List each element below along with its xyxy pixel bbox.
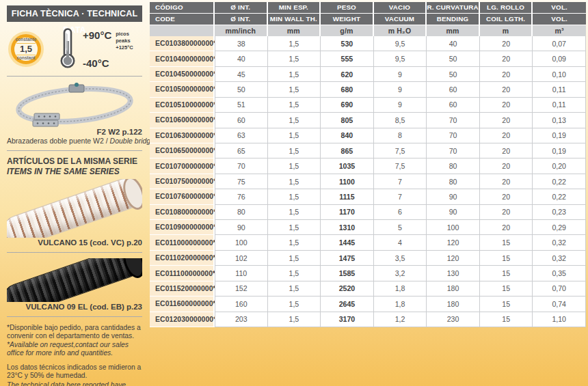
value-cell: 15 (480, 312, 533, 327)
value-cell: 0,35 (533, 266, 586, 281)
value-cell: 1,5 (268, 312, 321, 327)
value-cell: 20 (480, 158, 533, 174)
value-cell: 0,11 (533, 82, 586, 97)
value-cell: 45 (215, 67, 268, 82)
divider (7, 316, 142, 317)
code-cell: EC010700000000* (150, 158, 213, 174)
constant-factor-badge: constante 1,5 constant (11, 34, 41, 64)
divider (7, 76, 142, 77)
value-cell: 8 (374, 128, 427, 143)
unit-vol: m³ (533, 25, 586, 36)
table-row: EC011000000000*1001,514454120150,32 (150, 235, 586, 250)
temperature-range: +90°C -40°C picos peaks +125°C (57, 27, 133, 71)
unit-coil-length: m (480, 25, 532, 36)
unit-min-wall: mm (268, 25, 320, 36)
value-cell: 0,19 (533, 143, 586, 158)
col-header-bending: BENDING (427, 14, 479, 25)
value-cell: 1,5 (268, 158, 321, 174)
clamp-caption-es: Abrazaderas doble puente W2 (7, 137, 104, 145)
value-cell: 60 (427, 82, 480, 97)
value-cell: 1115 (321, 189, 374, 204)
badge-value: 1,5 (16, 43, 36, 55)
value-cell: 0,13 (533, 113, 586, 128)
footnote-availability-en: *Available on request,contact our sales … (7, 341, 142, 357)
code-cell: EC010510000000* (150, 98, 213, 113)
value-cell: 20 (480, 51, 533, 66)
clamp-caption: Abrazaderas doble puente W2 / Double bri… (7, 137, 142, 145)
col-header-min-wall: MIN WALL TH. (268, 14, 320, 25)
footnote-measurement-en: The technical data here reported have be… (7, 381, 142, 386)
code-cell: EC010650000000* (150, 143, 213, 158)
table-units-row: mm/inch mm g/m m H₂O mm m m³ (150, 25, 586, 36)
value-cell: 40 (215, 51, 268, 66)
table-row: EC010510000000*511,5690960200,11 (150, 98, 586, 113)
col-header-weight: WEIGHT (321, 14, 373, 25)
table-row: EC012030000000*2031,531701,2230151,10 (150, 312, 586, 327)
value-cell: 0,29 (533, 220, 586, 235)
value-cell: 0,70 (533, 281, 586, 297)
value-cell: 3,5 (374, 251, 427, 266)
value-cell: 1,5 (268, 281, 321, 297)
code-cell: EC010630000000* (150, 128, 213, 143)
value-cell: 20 (480, 220, 533, 235)
table-row: EC011520000000*1521,525201,8180150,70 (150, 281, 586, 297)
series-item-vulcano-15: VULCANO 15 (cod. VC) p.20 (7, 238, 142, 247)
value-cell: 90 (215, 220, 268, 235)
value-cell: 840 (321, 128, 374, 143)
same-series-heading-en: ITEMS IN THE SAME SERIES (7, 167, 142, 177)
table-header-row-primary: CÓDIGO Ø INT. MIN ESP. PESO VACIO R. CUR… (150, 2, 586, 14)
value-cell: 40 (427, 36, 480, 51)
value-cell: 20 (480, 113, 533, 128)
table-row: EC010760000000*761,51115790200,22 (150, 189, 586, 204)
value-cell: 75 (215, 174, 268, 189)
value-cell: 9 (374, 67, 427, 82)
value-cell: 680 (321, 82, 374, 97)
value-cell: 4 (374, 235, 427, 250)
value-cell: 0,22 (533, 189, 586, 204)
table-row: EC010900000000*901,513105100200,29 (150, 220, 586, 235)
value-cell: 8,5 (374, 113, 427, 128)
value-cell: 15 (480, 281, 533, 297)
footnote-measurement-es: Los datos técnicos indicados se midieron… (7, 363, 142, 380)
value-cell: 555 (321, 51, 374, 66)
value-cell: 90 (427, 189, 480, 204)
value-cell: 805 (321, 113, 374, 128)
value-cell: 102 (215, 251, 268, 266)
value-cell: 50 (427, 67, 480, 82)
value-cell: 203 (215, 312, 268, 327)
code-cell: EC010600000000* (150, 113, 213, 128)
value-cell: 1,5 (268, 266, 321, 281)
value-cell: 3,2 (374, 266, 427, 281)
value-cell: 70 (427, 128, 480, 143)
value-cell: 76 (215, 189, 268, 204)
value-cell: 620 (321, 67, 374, 82)
value-cell: 130 (427, 266, 480, 281)
value-cell: 7 (374, 189, 427, 204)
same-series-heading: ARTÍCULOS DE LA MISMA SERIE ITEMS IN THE… (7, 156, 142, 176)
value-cell: 1,5 (268, 113, 321, 128)
value-cell: 7,5 (374, 158, 427, 174)
table-row: EC010400000000*401,55559,550200,09 (150, 51, 586, 66)
code-cell: EC010750000000* (150, 174, 213, 189)
value-cell: 63 (215, 128, 268, 143)
value-cell: 6 (374, 205, 427, 220)
value-cell: 0,10 (533, 67, 586, 82)
value-cell: 1445 (321, 235, 374, 250)
value-cell: 0,32 (533, 235, 586, 250)
value-cell: 1,5 (268, 67, 321, 82)
technical-data-table: CÓDIGO Ø INT. MIN ESP. PESO VACIO R. CUR… (150, 2, 586, 327)
value-cell: 20 (480, 128, 533, 143)
value-cell: 9,5 (374, 36, 427, 51)
value-cell: 0,11 (533, 98, 586, 113)
value-cell: 690 (321, 98, 374, 113)
value-cell: 1,10 (533, 312, 586, 327)
value-cell: 15 (480, 297, 533, 312)
value-cell: 0,74 (533, 297, 586, 312)
value-cell: 20 (480, 67, 533, 82)
value-cell: 20 (480, 98, 533, 113)
divider (7, 252, 142, 253)
value-cell: 100 (427, 220, 480, 235)
hose-vulcano-09-image (7, 258, 142, 302)
value-cell: 50 (215, 82, 268, 97)
code-cell: EC012030000000* (150, 312, 213, 327)
